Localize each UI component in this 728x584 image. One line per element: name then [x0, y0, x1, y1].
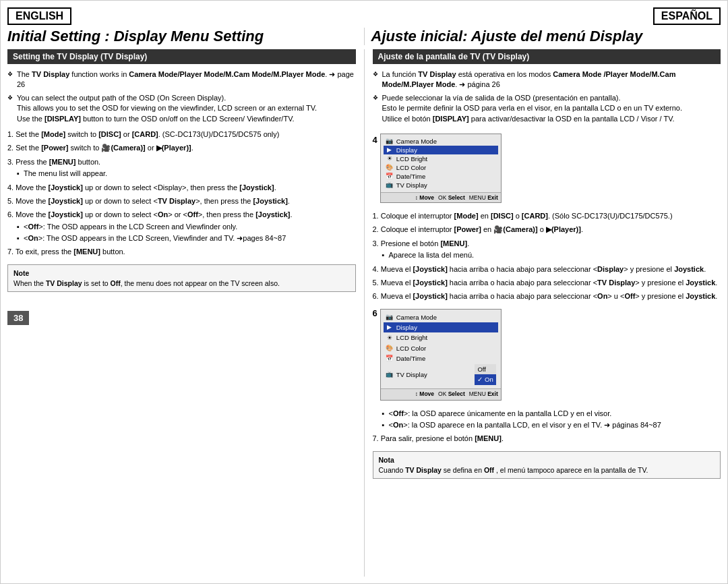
right-steps-list: 1. Coloque el interruptor [Mode] en [DIS… [373, 211, 721, 444]
page: ENGLISH ESPAÑOL Initial Setting : Displa… [0, 0, 728, 584]
left-note-text: When the TV Display is set to Off, the m… [13, 279, 350, 287]
menu-display-6: ▶ Display [384, 322, 498, 332]
left-column: Setting the TV Display (TV Display) The … [7, 49, 365, 577]
left-step-5: 5. Move the [Joystick] up or down to sel… [7, 196, 356, 206]
menu-camera-mode-6: 📷 Camera Mode [384, 312, 498, 322]
menu-footer-4: ↕ Move OK Select MENU Exit [381, 192, 501, 202]
right-step-6: 6. Mueva el [Joystick] hacia arriba o ha… [373, 291, 721, 430]
menu-lcd-color-6: 🎨 LCD Color [384, 343, 498, 353]
english-badge: ENGLISH [7, 7, 71, 25]
menu-lcd-bright-4: ☀ LCD Bright [384, 154, 498, 163]
left-bullet-1: The TV Display function works in Camera … [7, 69, 356, 90]
left-bullet-2: You can select the output path of the OS… [7, 93, 356, 124]
left-step-2: 2. Set the [Power] switch to 🎥(Camera)] … [7, 143, 356, 153]
right-bullet-list: La función TV Display está operativa en … [373, 69, 721, 124]
left-section-header: Setting the TV Display (TV Display) [7, 49, 356, 64]
left-step-4: 4. Move the [Joystick] up or down to sel… [7, 183, 356, 193]
menu-tvdisplay-6: 📺 TV Display Off ✓ On [384, 363, 498, 386]
exit-label-6: MENU Exit [469, 390, 498, 399]
menu-datetime-4: 📅 Date/Time [384, 172, 498, 181]
left-step-6-sub2: <On>: The OSD appears in the LCD Screen,… [17, 233, 356, 243]
right-step-7: 7. Para salir, presione el botón [MENU]. [373, 434, 721, 444]
title-left: Initial Setting : Display Menu Setting [7, 28, 364, 45]
right-step-3: 3. Presione el botón [MENU]. Aparece la … [373, 239, 721, 261]
left-step-6-sub1: <Off>: The OSD appears in the LCD Screen… [17, 222, 356, 232]
main-title-row: Initial Setting : Display Menu Setting A… [7, 28, 721, 45]
menu-datetime-6: 📅 Date/Time [384, 353, 498, 363]
right-column: Ajuste de la pantalla de TV (TV Display)… [365, 49, 721, 577]
select-label-4: OK Select [438, 194, 465, 201]
right-step-6-sub2: <On>: la OSD aparece en la pantalla LCD,… [382, 420, 721, 430]
menu-diagram-6: 📷 Camera Mode ▶ Display ☀ LCD Bright [380, 309, 502, 401]
menu-display-4: ▶ Display [384, 146, 498, 154]
right-step-3-sub: Aparece la lista del menú. [382, 250, 721, 260]
display-arrow-4: ▶ [386, 146, 394, 153]
right-note-text: Cuando TV Display se defina en Off , el … [379, 466, 715, 474]
select-label-6: OK Select [438, 390, 465, 399]
top-header: ENGLISH ESPAÑOL [7, 7, 721, 25]
right-step-5: 5. Mueva el [Joystick] hacia arriba o ha… [373, 278, 721, 288]
menu-display-label-4: Display [396, 146, 417, 154]
move-label-4: ↕ Move [415, 194, 434, 201]
right-step-4: 4. Mueva el [Joystick] hacia arriba o ha… [373, 264, 721, 274]
tv-display-options: Off ✓ On [475, 364, 495, 385]
content-columns: Setting the TV Display (TV Display) The … [7, 49, 721, 577]
right-step-1: 1. Coloque el interruptor [Mode] en [DIS… [373, 211, 721, 221]
diagram-4-label: 4 [373, 135, 377, 145]
left-note-box: Note When the TV Display is set to Off, … [7, 264, 356, 292]
diagram-6-label: 6 [373, 308, 377, 320]
page-number: 38 [7, 311, 29, 325]
diagram-4-row: 4 📷 Camera Mode ▶ Display ☀ LC [373, 129, 721, 207]
left-bullet-list: The TV Display function works in Camera … [7, 69, 356, 124]
off-option: Off [475, 364, 495, 374]
right-note-box: Nota Cuando TV Display se defina en Off … [373, 451, 721, 479]
left-note-title: Note [13, 269, 350, 277]
left-step-6: 6. Move the [Joystick] up or down to sel… [7, 210, 356, 243]
right-note-title: Nota [379, 456, 715, 464]
title-right: Ajuste inicial: Ajuste del menú Display [364, 28, 721, 45]
left-steps-list: 1. Set the [Mode] switch to [DISC] or [C… [7, 129, 356, 258]
left-step-1: 1. Set the [Mode] switch to [DISC] or [C… [7, 129, 356, 140]
right-step-6-sub1: <Off>: la OSD aparece únicamente en la p… [382, 409, 721, 419]
espanol-badge: ESPAÑOL [653, 7, 721, 25]
camera-icon-4: 📷 [386, 138, 394, 144]
menu-camera-label-4: Camera Mode [396, 138, 437, 145]
menu-lcd-bright-6: ☀ LCD Bright [384, 332, 498, 343]
menu-diagram-4: 📷 Camera Mode ▶ Display ☀ LCD Bright [380, 134, 502, 203]
left-step-3-sub: The menu list will appear. [17, 169, 356, 179]
right-step-2: 2. Coloque el interruptor [Power] en 🎥(C… [373, 225, 721, 235]
right-section-header: Ajuste de la pantalla de TV (TV Display) [373, 49, 721, 64]
menu-camera-mode-4: 📷 Camera Mode [384, 137, 498, 146]
menu-tvdisplay-4: 📺 TV Display [384, 181, 498, 189]
right-bullet-1: La función TV Display está operativa en … [373, 69, 721, 90]
move-label-6: ↕ Move [415, 390, 434, 399]
left-step-3: 3. Press the [MENU] button. The menu lis… [7, 157, 356, 179]
menu-lcd-color-4: 🎨 LCD Color [384, 163, 498, 172]
right-bullet-2: Puede seleccionar la vía de salida de la… [373, 93, 721, 124]
exit-label-4: MENU Exit [469, 194, 498, 201]
diagram-6-row: 6 📷 Camera Mode ▶ Display [373, 305, 721, 405]
left-step-7: 7. To exit, press the [MENU] button. [7, 247, 356, 257]
on-option: ✓ On [475, 374, 495, 384]
menu-footer-6: ↕ Move OK Select MENU Exit [381, 388, 501, 400]
